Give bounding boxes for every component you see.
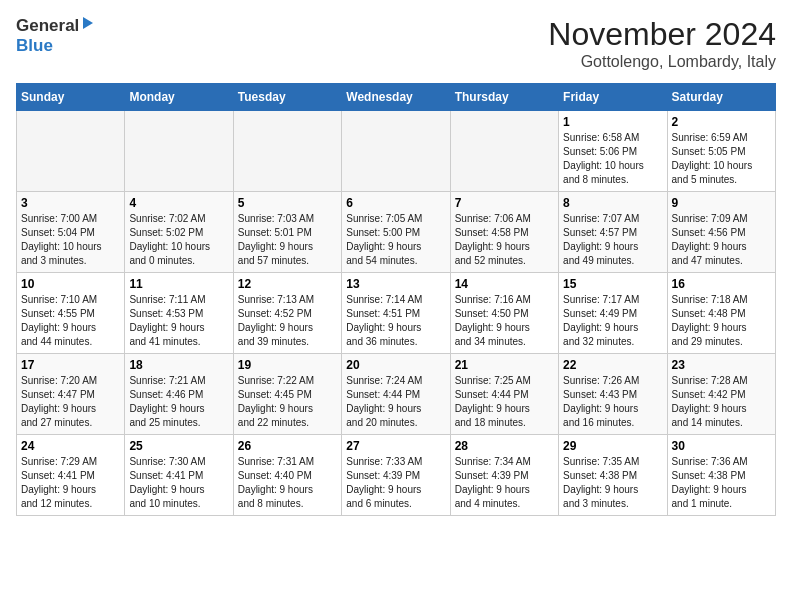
calendar-day-cell: 21Sunrise: 7:25 AM Sunset: 4:44 PM Dayli… (450, 354, 558, 435)
calendar-day-cell: 9Sunrise: 7:09 AM Sunset: 4:56 PM Daylig… (667, 192, 775, 273)
calendar-week-row: 17Sunrise: 7:20 AM Sunset: 4:47 PM Dayli… (17, 354, 776, 435)
day-info: Sunrise: 7:16 AM Sunset: 4:50 PM Dayligh… (455, 293, 554, 349)
day-info: Sunrise: 7:24 AM Sunset: 4:44 PM Dayligh… (346, 374, 445, 430)
day-number: 11 (129, 277, 228, 291)
day-number: 3 (21, 196, 120, 210)
calendar-day-cell: 23Sunrise: 7:28 AM Sunset: 4:42 PM Dayli… (667, 354, 775, 435)
calendar-week-row: 24Sunrise: 7:29 AM Sunset: 4:41 PM Dayli… (17, 435, 776, 516)
calendar-day-cell: 30Sunrise: 7:36 AM Sunset: 4:38 PM Dayli… (667, 435, 775, 516)
calendar-day-cell (342, 111, 450, 192)
calendar-week-row: 10Sunrise: 7:10 AM Sunset: 4:55 PM Dayli… (17, 273, 776, 354)
calendar-week-row: 3Sunrise: 7:00 AM Sunset: 5:04 PM Daylig… (17, 192, 776, 273)
calendar-day-cell (233, 111, 341, 192)
day-info: Sunrise: 7:11 AM Sunset: 4:53 PM Dayligh… (129, 293, 228, 349)
day-number: 7 (455, 196, 554, 210)
calendar-day-cell: 22Sunrise: 7:26 AM Sunset: 4:43 PM Dayli… (559, 354, 667, 435)
day-info: Sunrise: 7:31 AM Sunset: 4:40 PM Dayligh… (238, 455, 337, 511)
calendar-day-cell (17, 111, 125, 192)
day-number: 1 (563, 115, 662, 129)
day-number: 21 (455, 358, 554, 372)
calendar-day-cell: 20Sunrise: 7:24 AM Sunset: 4:44 PM Dayli… (342, 354, 450, 435)
day-number: 4 (129, 196, 228, 210)
calendar-day-cell: 7Sunrise: 7:06 AM Sunset: 4:58 PM Daylig… (450, 192, 558, 273)
weekday-header: Saturday (667, 84, 775, 111)
day-number: 2 (672, 115, 771, 129)
day-number: 19 (238, 358, 337, 372)
day-info: Sunrise: 7:36 AM Sunset: 4:38 PM Dayligh… (672, 455, 771, 511)
calendar-day-cell: 12Sunrise: 7:13 AM Sunset: 4:52 PM Dayli… (233, 273, 341, 354)
calendar-day-cell: 1Sunrise: 6:58 AM Sunset: 5:06 PM Daylig… (559, 111, 667, 192)
calendar-day-cell: 14Sunrise: 7:16 AM Sunset: 4:50 PM Dayli… (450, 273, 558, 354)
day-info: Sunrise: 7:10 AM Sunset: 4:55 PM Dayligh… (21, 293, 120, 349)
day-number: 30 (672, 439, 771, 453)
month-title: November 2024 (548, 16, 776, 53)
day-info: Sunrise: 7:21 AM Sunset: 4:46 PM Dayligh… (129, 374, 228, 430)
day-number: 20 (346, 358, 445, 372)
day-number: 27 (346, 439, 445, 453)
calendar-day-cell: 6Sunrise: 7:05 AM Sunset: 5:00 PM Daylig… (342, 192, 450, 273)
day-number: 18 (129, 358, 228, 372)
day-number: 15 (563, 277, 662, 291)
day-info: Sunrise: 7:07 AM Sunset: 4:57 PM Dayligh… (563, 212, 662, 268)
calendar-day-cell: 4Sunrise: 7:02 AM Sunset: 5:02 PM Daylig… (125, 192, 233, 273)
day-number: 6 (346, 196, 445, 210)
day-info: Sunrise: 7:34 AM Sunset: 4:39 PM Dayligh… (455, 455, 554, 511)
day-info: Sunrise: 7:17 AM Sunset: 4:49 PM Dayligh… (563, 293, 662, 349)
day-info: Sunrise: 7:28 AM Sunset: 4:42 PM Dayligh… (672, 374, 771, 430)
calendar-day-cell: 10Sunrise: 7:10 AM Sunset: 4:55 PM Dayli… (17, 273, 125, 354)
title-area: November 2024 Gottolengo, Lombardy, Ital… (548, 16, 776, 71)
day-number: 23 (672, 358, 771, 372)
weekday-header: Wednesday (342, 84, 450, 111)
day-number: 29 (563, 439, 662, 453)
day-info: Sunrise: 7:26 AM Sunset: 4:43 PM Dayligh… (563, 374, 662, 430)
day-number: 5 (238, 196, 337, 210)
weekday-header: Thursday (450, 84, 558, 111)
calendar-day-cell: 19Sunrise: 7:22 AM Sunset: 4:45 PM Dayli… (233, 354, 341, 435)
day-info: Sunrise: 7:18 AM Sunset: 4:48 PM Dayligh… (672, 293, 771, 349)
day-info: Sunrise: 7:30 AM Sunset: 4:41 PM Dayligh… (129, 455, 228, 511)
calendar-day-cell: 2Sunrise: 6:59 AM Sunset: 5:05 PM Daylig… (667, 111, 775, 192)
logo: General Blue (16, 16, 95, 56)
calendar-day-cell: 27Sunrise: 7:33 AM Sunset: 4:39 PM Dayli… (342, 435, 450, 516)
location-title: Gottolengo, Lombardy, Italy (548, 53, 776, 71)
day-info: Sunrise: 6:59 AM Sunset: 5:05 PM Dayligh… (672, 131, 771, 187)
logo-triangle-icon (81, 15, 95, 35)
calendar-day-cell: 29Sunrise: 7:35 AM Sunset: 4:38 PM Dayli… (559, 435, 667, 516)
calendar-day-cell: 13Sunrise: 7:14 AM Sunset: 4:51 PM Dayli… (342, 273, 450, 354)
calendar: SundayMondayTuesdayWednesdayThursdayFrid… (16, 83, 776, 516)
day-number: 28 (455, 439, 554, 453)
calendar-day-cell: 16Sunrise: 7:18 AM Sunset: 4:48 PM Dayli… (667, 273, 775, 354)
day-number: 22 (563, 358, 662, 372)
day-number: 8 (563, 196, 662, 210)
day-number: 26 (238, 439, 337, 453)
day-number: 24 (21, 439, 120, 453)
calendar-day-cell: 28Sunrise: 7:34 AM Sunset: 4:39 PM Dayli… (450, 435, 558, 516)
calendar-day-cell: 11Sunrise: 7:11 AM Sunset: 4:53 PM Dayli… (125, 273, 233, 354)
day-number: 13 (346, 277, 445, 291)
day-number: 25 (129, 439, 228, 453)
day-info: Sunrise: 7:03 AM Sunset: 5:01 PM Dayligh… (238, 212, 337, 268)
header: General Blue November 2024 Gottolengo, L… (16, 16, 776, 71)
calendar-day-cell: 8Sunrise: 7:07 AM Sunset: 4:57 PM Daylig… (559, 192, 667, 273)
weekday-header: Friday (559, 84, 667, 111)
day-info: Sunrise: 7:06 AM Sunset: 4:58 PM Dayligh… (455, 212, 554, 268)
logo-blue: Blue (16, 36, 53, 55)
day-info: Sunrise: 7:29 AM Sunset: 4:41 PM Dayligh… (21, 455, 120, 511)
day-number: 14 (455, 277, 554, 291)
calendar-day-cell: 24Sunrise: 7:29 AM Sunset: 4:41 PM Dayli… (17, 435, 125, 516)
day-number: 12 (238, 277, 337, 291)
day-info: Sunrise: 7:09 AM Sunset: 4:56 PM Dayligh… (672, 212, 771, 268)
day-info: Sunrise: 7:33 AM Sunset: 4:39 PM Dayligh… (346, 455, 445, 511)
day-info: Sunrise: 7:25 AM Sunset: 4:44 PM Dayligh… (455, 374, 554, 430)
calendar-day-cell: 3Sunrise: 7:00 AM Sunset: 5:04 PM Daylig… (17, 192, 125, 273)
calendar-day-cell (450, 111, 558, 192)
day-info: Sunrise: 7:05 AM Sunset: 5:00 PM Dayligh… (346, 212, 445, 268)
weekday-header: Monday (125, 84, 233, 111)
calendar-day-cell: 5Sunrise: 7:03 AM Sunset: 5:01 PM Daylig… (233, 192, 341, 273)
svg-marker-0 (83, 17, 93, 29)
calendar-day-cell: 15Sunrise: 7:17 AM Sunset: 4:49 PM Dayli… (559, 273, 667, 354)
day-info: Sunrise: 7:13 AM Sunset: 4:52 PM Dayligh… (238, 293, 337, 349)
calendar-day-cell (125, 111, 233, 192)
day-info: Sunrise: 7:20 AM Sunset: 4:47 PM Dayligh… (21, 374, 120, 430)
calendar-day-cell: 25Sunrise: 7:30 AM Sunset: 4:41 PM Dayli… (125, 435, 233, 516)
